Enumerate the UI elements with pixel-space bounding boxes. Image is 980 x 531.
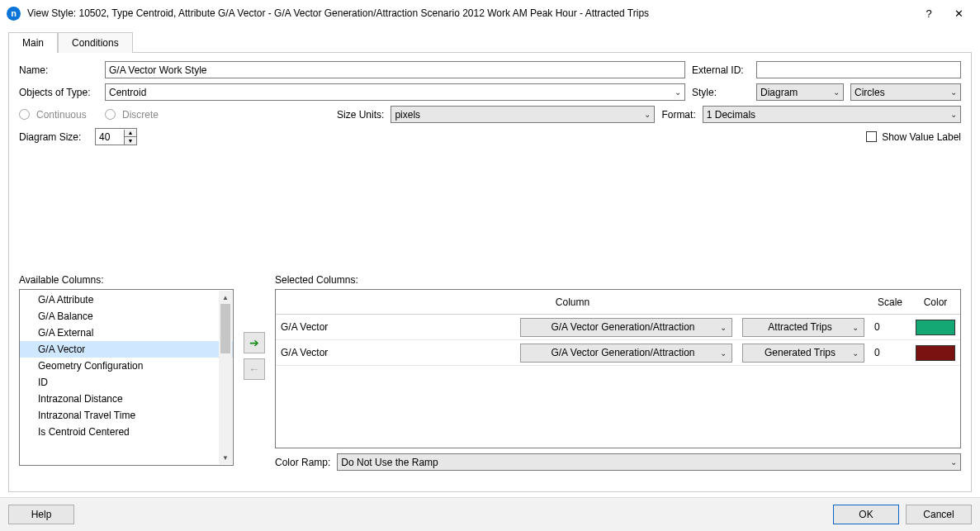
size-units-label: Size Units: <box>337 109 384 121</box>
selected-columns-label: Selected Columns: <box>275 274 961 286</box>
color-ramp-combo[interactable]: Do Not Use the Ramp ⌄ <box>337 453 961 471</box>
row-name: G/A Vector <box>276 347 515 358</box>
continuous-radio: Continuous <box>19 109 98 121</box>
help-icon[interactable]: ? <box>914 2 944 25</box>
list-item[interactable]: ID <box>20 374 233 391</box>
close-icon[interactable]: ✕ <box>944 2 973 25</box>
style-label: Style: <box>692 87 750 98</box>
table-row: G/A VectorG/A Vector Generation/Attracti… <box>276 340 960 366</box>
row-sub-combo[interactable]: Generated Trips⌄ <box>742 344 864 363</box>
row-sub-combo[interactable]: Attracted Trips⌄ <box>742 318 864 337</box>
cancel-button[interactable]: Cancel <box>906 505 972 524</box>
show-value-label-checkbox[interactable]: Show Value Label <box>866 131 961 143</box>
discrete-radio: Discrete <box>105 109 159 121</box>
objects-of-type-value: Centroid <box>109 87 146 98</box>
list-item[interactable]: G/A Attribute <box>20 292 233 308</box>
list-item[interactable]: G/A Balance <box>20 308 233 325</box>
style-type-value: Diagram <box>760 87 798 98</box>
radio-icon <box>19 109 30 120</box>
size-units-value: pixels <box>395 109 420 121</box>
row-column-combo[interactable]: G/A Vector Generation/Attraction⌄ <box>520 344 732 363</box>
chevron-down-icon: ⌄ <box>950 88 957 97</box>
chevron-down-icon: ⌄ <box>644 110 651 119</box>
list-item[interactable]: G/A External <box>20 325 233 341</box>
remove-column-button: ← <box>244 358 265 380</box>
row-name: G/A Vector <box>276 321 515 333</box>
spinner-up-icon[interactable]: ▲ <box>125 130 136 137</box>
name-input[interactable] <box>105 61 685 78</box>
ok-button[interactable]: OK <box>833 505 899 524</box>
column-header: Column <box>276 296 869 308</box>
format-combo[interactable]: 1 Decimals ⌄ <box>703 106 961 123</box>
list-item[interactable]: Geometry Configuration <box>20 358 233 374</box>
chevron-down-icon: ⌄ <box>950 110 957 119</box>
style-shape-combo[interactable]: Circles ⌄ <box>850 83 961 101</box>
objects-of-type-combo[interactable]: Centroid ⌄ <box>105 83 685 101</box>
diagram-size-input[interactable] <box>96 129 124 145</box>
diagram-size-label: Diagram Size: <box>19 131 88 143</box>
chevron-down-icon: ⌄ <box>833 88 840 97</box>
list-item[interactable]: Intrazonal Distance <box>20 391 233 407</box>
external-id-label: External ID: <box>692 64 750 76</box>
scroll-up-icon[interactable]: ▲ <box>219 291 232 304</box>
row-scale[interactable]: 0 <box>869 321 911 333</box>
title-bar: n View Style: 10502, Type Centroid, Attr… <box>0 0 980 26</box>
scroll-thumb[interactable] <box>220 304 230 353</box>
tab-conditions[interactable]: Conditions <box>58 32 133 53</box>
selected-columns-grid: Column Scale Color G/A VectorG/A Vector … <box>275 289 961 448</box>
format-value: 1 Decimals <box>707 109 755 121</box>
objects-of-type-label: Objects of Type: <box>19 87 98 98</box>
radio-icon <box>105 109 116 120</box>
style-type-combo[interactable]: Diagram ⌄ <box>756 83 844 101</box>
scale-header: Scale <box>869 296 911 308</box>
external-id-input[interactable] <box>756 61 961 78</box>
row-scale[interactable]: 0 <box>869 347 911 358</box>
tab-body-main: Name: External ID: Objects of Type: Cent… <box>8 53 972 492</box>
list-item[interactable]: Is Centroid Centered <box>20 424 233 440</box>
list-item[interactable]: Intrazonal Travel Time <box>20 407 233 424</box>
scrollbar[interactable]: ▲ ▼ <box>219 291 232 464</box>
row-column-combo[interactable]: G/A Vector Generation/Attraction⌄ <box>520 318 732 337</box>
add-column-button[interactable]: ➔ <box>244 332 265 353</box>
format-label: Format: <box>661 109 695 121</box>
color-ramp-label: Color Ramp: <box>275 457 330 468</box>
color-header: Color <box>911 296 960 308</box>
checkbox-icon <box>866 131 877 142</box>
table-row: G/A VectorG/A Vector Generation/Attracti… <box>276 315 960 340</box>
size-units-combo[interactable]: pixels ⌄ <box>391 106 655 123</box>
window-title: View Style: 10502, Type Centroid, Attrib… <box>27 7 914 19</box>
available-columns-label: Available Columns: <box>19 274 234 286</box>
spinner-down-icon[interactable]: ▼ <box>125 137 136 145</box>
list-item[interactable]: G/A Vector <box>20 341 233 358</box>
scroll-down-icon[interactable]: ▼ <box>219 451 232 464</box>
chevron-down-icon: ⌄ <box>950 458 957 467</box>
dialog-window: n View Style: 10502, Type Centroid, Attr… <box>0 0 980 531</box>
style-shape-value: Circles <box>855 87 885 98</box>
diagram-size-stepper[interactable]: ▲ ▼ <box>95 128 137 145</box>
available-columns-list[interactable]: G/A AttributeG/A BalanceG/A ExternalG/A … <box>19 289 234 466</box>
tab-main[interactable]: Main <box>8 32 58 53</box>
chevron-down-icon: ⌄ <box>675 88 681 97</box>
row-color-swatch[interactable] <box>916 345 955 361</box>
content: Main Conditions Name: External ID: Objec… <box>0 26 980 497</box>
app-icon: n <box>7 7 21 21</box>
name-label: Name: <box>19 64 98 76</box>
color-ramp-value: Do Not Use the Ramp <box>341 457 438 468</box>
help-button[interactable]: Help <box>8 505 74 524</box>
button-bar: Help OK Cancel <box>0 497 980 531</box>
row-color-swatch[interactable] <box>916 320 955 335</box>
tab-strip: Main Conditions <box>8 31 972 53</box>
